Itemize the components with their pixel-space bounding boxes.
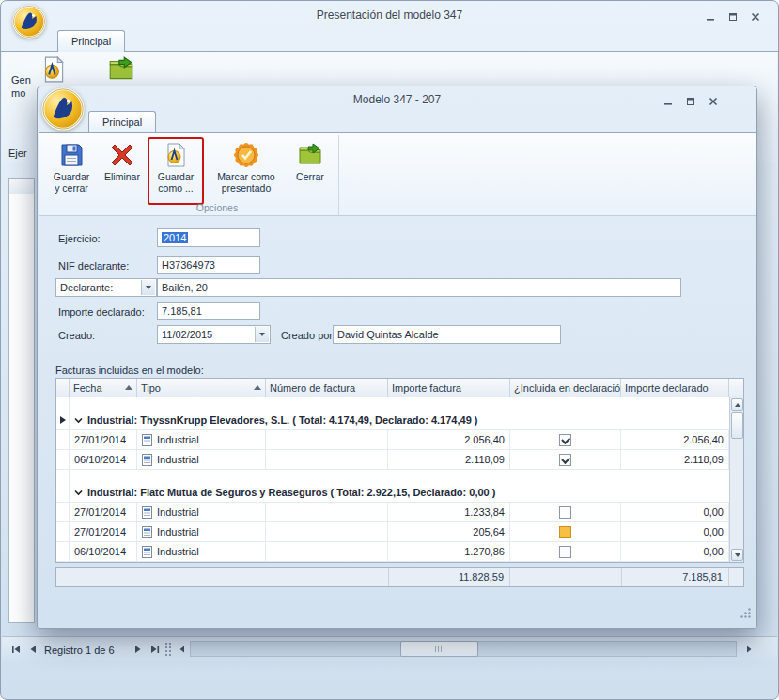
scroll-right-icon[interactable] <box>740 641 756 657</box>
modelo-347-dialog: Modelo 347 - 207 Principal <box>37 86 757 629</box>
importe-declarado-label: Importe declarado: <box>58 306 145 318</box>
close-button[interactable]: Cerrar <box>287 137 334 205</box>
restore-icon[interactable] <box>724 9 742 23</box>
cell-tipo: Industrial <box>137 542 266 562</box>
orange-seal-icon <box>233 142 259 168</box>
nif-label: NIF declarante: <box>58 260 129 272</box>
included-checkbox[interactable] <box>559 434 571 446</box>
table-row[interactable]: 06/10/2014 Industrial 1.270,86 0,00 <box>56 542 729 562</box>
scroll-left-icon[interactable] <box>174 641 190 657</box>
cell-fecha: 27/01/2014 <box>70 430 137 450</box>
table-row[interactable]: 27/01/2014 Industrial 205,64 0,00 <box>56 522 729 542</box>
main-tab-principal[interactable]: Principal <box>57 30 125 52</box>
dialog-window-controls <box>659 94 723 108</box>
collapse-chevron-icon[interactable] <box>74 490 83 496</box>
group-header-row[interactable]: Industrial: ThyssnKrupp Elevadores, S.L.… <box>56 411 729 430</box>
record-navigator: Registro 1 de 6 <box>2 636 777 661</box>
chevron-down-icon[interactable] <box>255 327 269 342</box>
navigator-splitter[interactable] <box>164 642 171 657</box>
vertical-scrollbar-thumb[interactable] <box>731 412 743 439</box>
col-fecha[interactable]: Fecha <box>70 379 137 397</box>
collapse-chevron-icon[interactable] <box>74 417 83 424</box>
app-menu-button[interactable] <box>41 87 85 131</box>
scroll-up-icon[interactable] <box>731 398 743 411</box>
restore-icon[interactable] <box>681 94 700 108</box>
last-record-icon[interactable] <box>147 641 163 657</box>
cell-incluida <box>510 430 621 450</box>
previous-record-icon[interactable] <box>24 641 40 657</box>
minimize-icon[interactable] <box>659 94 678 108</box>
grid-header-corner <box>729 379 743 397</box>
creado-date-picker[interactable]: 11/02/2015 <box>157 325 271 344</box>
col-numero[interactable]: Número de factura <box>266 379 388 397</box>
grid-header: Fecha Tipo Número de factura Importe fac… <box>56 379 729 397</box>
floppy-disk-icon <box>58 142 85 168</box>
chevron-down-icon[interactable] <box>141 280 155 295</box>
included-checkbox[interactable] <box>559 506 571 519</box>
creado-por-label: Creado por: <box>281 330 335 341</box>
document-logo-icon <box>163 142 189 168</box>
close-icon[interactable] <box>746 9 765 23</box>
col-importe-declarado[interactable]: Importe declarado <box>621 379 729 397</box>
cell-fecha: 06/10/2014 <box>70 450 137 470</box>
cell-importe: 205,64 <box>388 522 510 542</box>
close-icon[interactable] <box>704 94 723 108</box>
cell-tipo: Industrial <box>137 430 266 450</box>
creado-por-input[interactable]: David Quintas Alcalde <box>333 325 561 344</box>
invoice-doc-icon <box>142 454 152 466</box>
group-header-row[interactable]: Industrial: Fiatc Mutua de Seguros y Rea… <box>56 483 729 503</box>
cell-fecha: 27/01/2014 <box>70 503 137 522</box>
generate-model-icon[interactable] <box>39 55 68 84</box>
table-row[interactable]: 27/01/2014 Industrial 2.056,40 2.056,40 <box>56 430 729 450</box>
cell-importe: 2.118,09 <box>388 450 510 470</box>
cell-importe: 1.270,86 <box>388 542 510 562</box>
vertical-scrollbar[interactable] <box>729 397 743 562</box>
scroll-down-icon[interactable] <box>731 549 743 561</box>
app-menu-button[interactable] <box>12 5 46 39</box>
cell-tipo: Industrial <box>137 522 266 542</box>
form-label-clipped: Ejer <box>8 148 27 159</box>
included-checkbox[interactable] <box>559 526 571 538</box>
minimize-icon[interactable] <box>701 9 720 23</box>
cell-declarado: 2.056,40 <box>621 430 729 450</box>
included-checkbox[interactable] <box>559 454 571 466</box>
close-folder-icon[interactable] <box>107 55 135 84</box>
next-record-icon[interactable] <box>130 641 146 657</box>
green-folder-arrow-icon <box>297 142 323 168</box>
declarante-selector[interactable]: Declarante: <box>55 278 157 297</box>
ejercicio-label: Ejercicio: <box>58 233 101 244</box>
sort-asc-icon <box>125 385 132 390</box>
save-as-button[interactable]: Guardar como ... <box>148 137 204 205</box>
cell-declarado: 0,00 <box>621 542 729 562</box>
ribbon-group-caption: Opciones <box>196 202 238 213</box>
nif-input[interactable]: H37364973 <box>157 256 260 274</box>
delete-button[interactable]: Eliminar <box>99 137 146 205</box>
included-checkbox[interactable] <box>559 546 571 558</box>
cell-importe: 2.056,40 <box>388 430 510 450</box>
save-and-close-button[interactable]: Guardar y cerrar <box>48 137 95 205</box>
table-row[interactable]: 27/01/2014 Industrial 1.233,84 0,00 <box>56 503 729 522</box>
red-x-icon <box>109 142 135 168</box>
declarante-input[interactable]: Bailén, 20 <box>157 278 681 297</box>
cell-incluida <box>510 542 621 562</box>
col-incluida[interactable]: ¿Incluida en declaración? <box>510 379 621 397</box>
app-logo-icon <box>12 5 46 39</box>
first-record-icon[interactable] <box>8 641 23 657</box>
grid-summary-row: 11.828,59 7.185,81 <box>55 567 744 587</box>
importe-declarado-input[interactable]: 7.185,81 <box>157 302 260 320</box>
dialog-title: Modelo 347 - 207 <box>38 93 756 106</box>
invoices-caption: Facturas incluidas en el modelo: <box>55 365 204 376</box>
grid-body: Industrial: ThyssnKrupp Elevadores, S.L.… <box>56 397 729 562</box>
selected-text: 2014 <box>162 232 188 243</box>
horizontal-scrollbar-thumb[interactable] <box>400 641 478 657</box>
ejercicio-input[interactable]: 2014 <box>157 228 260 247</box>
record-position-label: Registro 1 de 6 <box>44 645 115 656</box>
col-tipo[interactable]: Tipo <box>137 379 266 397</box>
resize-grip[interactable] <box>739 606 752 623</box>
dialog-tab-principal[interactable]: Principal <box>88 111 156 132</box>
background-grid-header <box>9 179 34 194</box>
col-importe-factura[interactable]: Importe factura <box>388 379 510 397</box>
table-row[interactable]: 06/10/2014 Industrial 2.118,09 2.118,09 <box>56 450 729 470</box>
mark-as-presented-button[interactable]: Marcar como presentado <box>208 137 285 205</box>
total-importe-declarado: 7.185,81 <box>621 568 729 586</box>
